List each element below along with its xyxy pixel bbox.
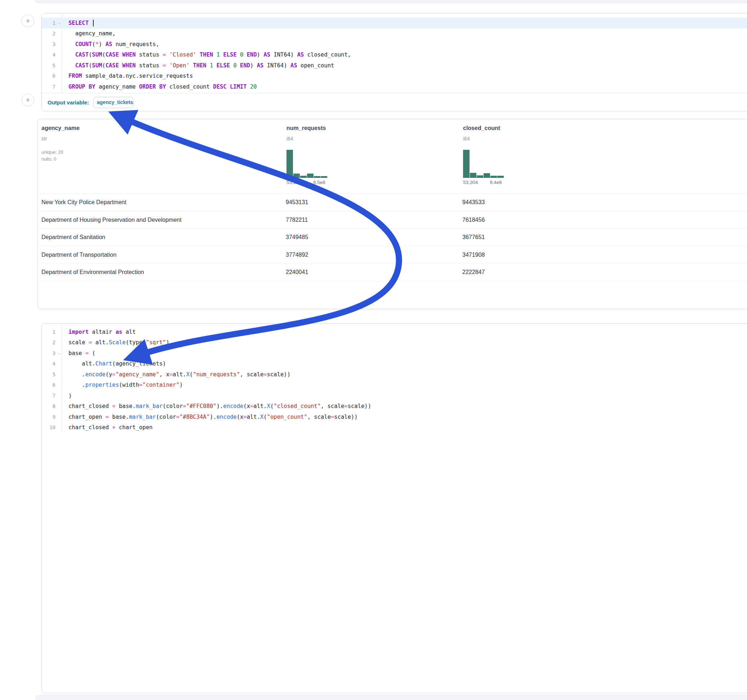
- output-variable-pill[interactable]: agency_tickets: [93, 97, 134, 108]
- code-text: SELECT: [61, 20, 94, 27]
- column-type: i64: [463, 136, 470, 142]
- table-cell: Department of Housing Preservation and D…: [41, 211, 181, 229]
- histogram-max-label: 9.5e6: [313, 180, 325, 185]
- sql-cell: 1⌄SELECT 2 agency_name,3 COUNT(*) AS num…: [41, 13, 747, 111]
- table-cell: 7782211: [286, 211, 308, 229]
- table-cell: 3471908: [462, 246, 485, 264]
- code-text: chart_open = base.mark_bar(color="#8BC34…: [61, 414, 358, 420]
- add-cell-button-below[interactable]: +: [22, 94, 34, 106]
- line-number: 1⌄: [42, 20, 61, 26]
- code-line[interactable]: 6 .properties(width="container"): [42, 380, 747, 391]
- notebook-page: { "colors": { "arrow":"#2952d4", "histog…: [0, 0, 747, 700]
- histogram-min-label: 53,304: [286, 180, 301, 185]
- code-line[interactable]: 10chart_closed + chart_open: [42, 422, 747, 433]
- text-cursor: [93, 20, 94, 26]
- python-code-editor[interactable]: 1import altair as alt2scale = alt.Scale(…: [42, 324, 747, 433]
- code-line[interactable]: 3⌄base = (: [42, 348, 747, 359]
- histogram-min-label: 53,304: [463, 180, 478, 185]
- code-line[interactable]: 4 CAST(SUM(CASE WHEN status = 'Closed' T…: [42, 50, 747, 60]
- table-cell: 3749485: [286, 229, 308, 246]
- table-cell: 2222847: [462, 264, 485, 281]
- previous-cell-edge: [34, 0, 747, 3]
- histogram-num_requests: [286, 150, 330, 178]
- line-number: 10: [42, 424, 61, 430]
- fold-chevron-icon[interactable]: ⌄: [58, 21, 60, 24]
- result-table: agency_namestrunique: 20nulls: 0num_requ…: [38, 119, 747, 309]
- fold-chevron-icon[interactable]: ⌄: [58, 351, 60, 355]
- code-line[interactable]: 1import altair as alt: [42, 327, 747, 337]
- table-cell: Department of Environmental Protection: [41, 264, 144, 281]
- output-variable-row: Output variable: agency_tickets: [42, 93, 747, 111]
- line-number: 8: [42, 403, 61, 409]
- line-number: 7: [42, 393, 61, 398]
- code-text: ): [61, 392, 72, 399]
- code-line[interactable]: 8chart_closed = base.mark_bar(color="#FF…: [42, 401, 747, 412]
- code-text: import altair as alt: [61, 329, 136, 335]
- line-number: 2: [42, 339, 61, 345]
- code-line[interactable]: 3 COUNT(*) AS num_requests,: [42, 39, 747, 50]
- code-text: FROM sample_data.nyc.service_requests: [61, 73, 193, 79]
- code-text: CAST(SUM(CASE WHEN status = 'Closed' THE…: [61, 51, 351, 58]
- code-text: GROUP BY agency_name ORDER BY closed_cou…: [61, 83, 257, 90]
- column-meta: nulls: 0: [41, 156, 56, 162]
- add-cell-button-top[interactable]: +: [22, 14, 34, 27]
- column-header-agency_name[interactable]: agency_name: [41, 125, 80, 131]
- table-row[interactable]: Department of Transportation377489234719…: [38, 246, 747, 264]
- table-rows-end-border: [38, 281, 747, 281]
- line-number: 4: [42, 52, 61, 57]
- sql-code-editor[interactable]: 1⌄SELECT 2 agency_name,3 COUNT(*) AS num…: [42, 14, 747, 92]
- table-cell: 3677651: [462, 229, 485, 246]
- table-cell: 9443533: [462, 194, 485, 211]
- code-line[interactable]: 5 CAST(SUM(CASE WHEN status = 'Open' THE…: [42, 60, 747, 71]
- code-text: chart_closed + chart_open: [61, 424, 153, 431]
- output-variable-label: Output variable:: [48, 100, 89, 106]
- line-number: 2: [42, 31, 61, 36]
- code-text: COUNT(*) AS num_requests,: [61, 41, 159, 48]
- column-header-closed_count[interactable]: closed_count: [463, 125, 500, 131]
- table-row[interactable]: Department of Sanitation37494853677651: [38, 228, 747, 246]
- line-number: 6: [42, 382, 61, 388]
- column-type: str: [41, 136, 47, 142]
- line-number: 7: [42, 84, 61, 90]
- code-line[interactable]: 1⌄SELECT: [42, 18, 747, 29]
- code-text: CAST(SUM(CASE WHEN status = 'Open' THEN …: [61, 62, 334, 69]
- column-type: i64: [286, 136, 293, 142]
- code-text: chart_closed = base.mark_bar(color="#FFC…: [61, 403, 371, 409]
- code-text: alt.Chart(agency_tickets): [61, 361, 166, 367]
- column-header-num_requests[interactable]: num_requests: [286, 125, 326, 131]
- code-text: base = (: [61, 350, 95, 356]
- code-text: .properties(width="container"): [61, 382, 183, 388]
- code-line[interactable]: 2scale = alt.Scale(type="sqrt"): [42, 337, 747, 348]
- code-line[interactable]: 2 agency_name,: [42, 29, 747, 39]
- code-text: .encode(y="agency_name", x=alt.X("num_re…: [61, 371, 290, 378]
- line-number: 6: [42, 73, 61, 79]
- code-line[interactable]: 6FROM sample_data.nyc.service_requests: [42, 71, 747, 82]
- table-cell: Department of Sanitation: [41, 229, 105, 246]
- code-line[interactable]: 7GROUP BY agency_name ORDER BY closed_co…: [42, 81, 747, 92]
- histogram-max-label: 9.4e6: [490, 180, 502, 185]
- table-cell: New York City Police Department: [41, 194, 127, 211]
- table-row[interactable]: New York City Police Department945313194…: [38, 193, 747, 211]
- line-number: 5: [42, 372, 61, 377]
- table-cell: 7618456: [462, 211, 485, 229]
- table-cell: 2240041: [286, 264, 308, 281]
- table-row[interactable]: Department of Environmental Protection22…: [38, 263, 747, 281]
- line-number: 5: [42, 63, 61, 68]
- line-number: 3: [42, 41, 61, 47]
- code-line[interactable]: 5 .encode(y="agency_name", x=alt.X("num_…: [42, 369, 747, 380]
- column-meta: unique: 20: [41, 149, 64, 155]
- next-cell-edge: [35, 695, 747, 700]
- code-line[interactable]: 4 alt.Chart(agency_tickets): [42, 359, 747, 370]
- python-cell: 1import altair as alt2scale = alt.Scale(…: [41, 323, 747, 693]
- code-line[interactable]: 7): [42, 390, 747, 401]
- line-number: 1: [42, 329, 61, 335]
- code-text: scale = alt.Scale(type="sqrt"): [61, 339, 169, 345]
- table-cell: 9453131: [286, 194, 308, 211]
- histogram-closed_count: [463, 150, 506, 178]
- table-cell: Department of Transportation: [41, 246, 116, 264]
- line-number: 4: [42, 361, 61, 367]
- table-row[interactable]: Department of Housing Preservation and D…: [38, 211, 747, 229]
- line-number: 9: [42, 414, 61, 420]
- code-line[interactable]: 9chart_open = base.mark_bar(color="#8BC3…: [42, 412, 747, 422]
- line-number: 3⌄: [42, 350, 61, 356]
